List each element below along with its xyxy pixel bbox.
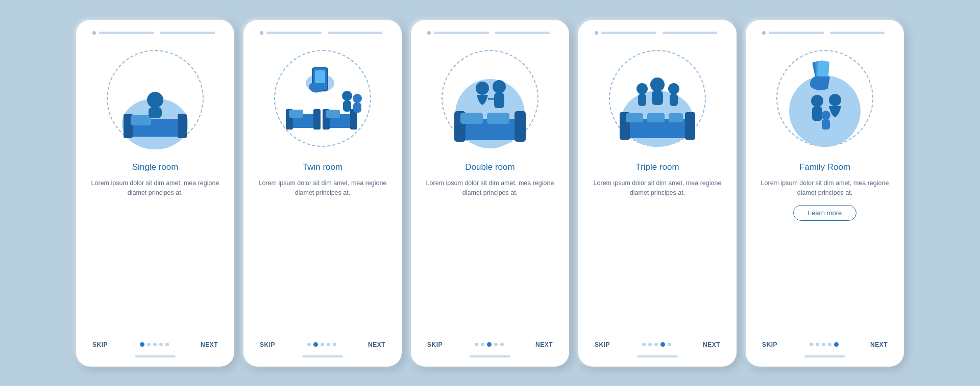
learn-more-button[interactable]: Learn more <box>793 205 856 221</box>
svg-rect-12 <box>313 109 321 130</box>
svg-rect-13 <box>289 110 303 118</box>
nav-area-1: SKIP NEXT <box>87 341 223 348</box>
svg-rect-30 <box>494 93 504 108</box>
nav-area-5: SKIP NEXT <box>757 341 893 348</box>
svg-rect-3 <box>178 114 187 138</box>
screens-container: Single room Lorem ipsum dolor sit dim am… <box>76 20 904 367</box>
dots-row-5 <box>810 342 839 347</box>
dot-5-1 <box>810 343 813 346</box>
svg-rect-21 <box>353 102 361 113</box>
dot-4-3 <box>654 343 658 346</box>
dot-3-1 <box>475 343 478 346</box>
dot-1-3 <box>153 343 157 346</box>
status-dot-5 <box>762 31 766 35</box>
skip-button-2[interactable]: SKIP <box>260 341 275 348</box>
dot-3-5 <box>500 343 504 346</box>
screen-family-room: Family Room Lorem ipsum dolor sit dim am… <box>746 20 904 367</box>
svg-point-41 <box>650 78 665 92</box>
svg-rect-25 <box>514 111 526 142</box>
status-bar-line-4b <box>663 32 718 34</box>
illustration-triple-room <box>601 40 714 157</box>
illustration-single-room <box>99 40 211 157</box>
illustration-double-room <box>434 40 546 157</box>
dot-2-2 <box>313 342 318 347</box>
skip-button-1[interactable]: SKIP <box>92 341 108 348</box>
dot-5-3 <box>822 343 825 346</box>
svg-point-28 <box>476 82 489 95</box>
svg-rect-6 <box>149 107 162 118</box>
svg-rect-17 <box>326 110 340 118</box>
dot-4-4 <box>660 342 665 347</box>
twin-room-title: Twin room <box>303 162 342 172</box>
double-room-description: Lorem ipsum dolor sit dim amet, mea regi… <box>422 178 558 198</box>
dot-3-3 <box>487 342 492 347</box>
twin-room-description: Lorem ipsum dolor sit dim amet, mea regi… <box>255 178 390 198</box>
dot-2-5 <box>333 343 336 346</box>
status-bar-line-3b <box>495 32 550 34</box>
family-room-svg <box>769 40 881 157</box>
next-button-5[interactable]: NEXT <box>870 341 888 348</box>
status-dot <box>92 31 96 35</box>
nav-area-4: SKIP NEXT <box>590 341 725 348</box>
svg-rect-38 <box>669 113 683 122</box>
double-room-svg <box>434 40 546 157</box>
svg-point-5 <box>147 92 163 108</box>
dots-row-1 <box>140 342 169 347</box>
nav-area-3: SKIP NEXT <box>422 341 558 348</box>
status-dot-4 <box>595 31 598 35</box>
dots-row-2 <box>307 342 336 347</box>
svg-rect-48 <box>817 61 829 76</box>
status-bar-2 <box>255 31 390 35</box>
dots-row-4 <box>642 342 671 347</box>
dot-3-2 <box>481 343 484 346</box>
single-room-description: Lorem ipsum dolor sit dim amet, mea regi… <box>87 178 223 198</box>
status-bar-line-5b <box>830 32 885 34</box>
svg-rect-42 <box>652 91 663 105</box>
svg-point-29 <box>493 80 506 93</box>
svg-point-43 <box>668 83 679 94</box>
family-room-title: Family Room <box>799 162 850 172</box>
screen-double-room: Double room Lorem ipsum dolor sit dim am… <box>411 20 569 367</box>
status-bar-1 <box>87 31 223 35</box>
single-room-svg <box>99 40 211 157</box>
screen-twin-room: Twin room Lorem ipsum dolor sit dim amet… <box>243 20 402 367</box>
status-bar-line <box>160 32 215 34</box>
svg-rect-53 <box>822 119 830 130</box>
status-bar-line-2b <box>328 32 383 34</box>
svg-point-18 <box>342 91 352 101</box>
illustration-twin-room <box>266 40 379 157</box>
dot-2-4 <box>327 343 330 346</box>
dot-4-5 <box>668 343 671 346</box>
screen-single-room: Single room Lorem ipsum dolor sit dim am… <box>76 20 234 367</box>
illustration-family-room <box>769 40 881 157</box>
next-button-3[interactable]: NEXT <box>535 341 553 348</box>
skip-button-3[interactable]: SKIP <box>427 341 443 348</box>
skip-button-5[interactable]: SKIP <box>762 341 777 348</box>
status-bar-4 <box>590 31 725 35</box>
status-bar-5 <box>757 31 893 35</box>
svg-point-39 <box>636 83 648 94</box>
svg-rect-35 <box>685 112 695 140</box>
status-bar-line <box>99 32 154 34</box>
next-button-1[interactable]: NEXT <box>201 341 218 348</box>
status-dot-3 <box>427 31 431 35</box>
skip-button-4[interactable]: SKIP <box>595 341 610 348</box>
next-button-2[interactable]: NEXT <box>368 341 385 348</box>
status-bar-line-5a <box>769 32 824 34</box>
dot-5-2 <box>816 343 819 346</box>
single-room-title: Single room <box>132 162 179 172</box>
dots-row-3 <box>475 342 504 347</box>
svg-rect-40 <box>638 94 646 106</box>
svg-rect-27 <box>487 113 509 124</box>
svg-point-49 <box>811 95 823 107</box>
dot-1-2 <box>147 343 151 346</box>
svg-rect-37 <box>647 113 665 122</box>
svg-rect-4 <box>131 115 151 125</box>
svg-point-51 <box>829 94 841 106</box>
dot-5-5 <box>834 342 839 347</box>
next-button-4[interactable]: NEXT <box>703 341 720 348</box>
svg-rect-44 <box>670 94 678 106</box>
status-bar-3 <box>422 31 558 35</box>
status-bar-line-2a <box>266 32 322 34</box>
dot-4-1 <box>642 343 646 346</box>
